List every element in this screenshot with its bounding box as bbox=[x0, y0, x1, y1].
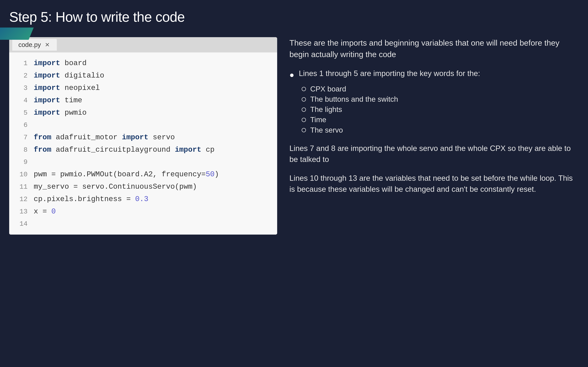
keyword-import-1: import bbox=[34, 59, 60, 67]
line-number-1: 1 bbox=[15, 57, 27, 69]
code-content-3: import neopixel bbox=[34, 82, 100, 94]
code-line-7: 7 from adafruit_motor import servo bbox=[15, 131, 271, 144]
line-number-9: 9 bbox=[15, 156, 27, 168]
info-paragraph-1: Lines 7 and 8 are importing the whole se… bbox=[289, 143, 579, 165]
line-number-7: 7 bbox=[15, 131, 27, 144]
sub-bullet-2: The buttons and the switch bbox=[302, 94, 579, 104]
bullet-section: ● Lines 1 through 5 are importing the ke… bbox=[289, 68, 579, 135]
sub-bullet-5: The servo bbox=[302, 125, 579, 135]
number-50: 50 bbox=[206, 170, 215, 178]
code-line-8: 8 from adafruit_circuitplayground import… bbox=[15, 144, 271, 156]
line-number-5: 5 bbox=[15, 107, 27, 119]
code-line-13: 13 x = 0 bbox=[15, 205, 271, 218]
number-03: 0.3 bbox=[135, 195, 148, 203]
line-number-14: 14 bbox=[15, 218, 27, 230]
number-0: 0 bbox=[51, 207, 56, 216]
sub-bullet-text-3: The lights bbox=[310, 104, 342, 115]
keyword-import-2: import bbox=[34, 71, 60, 80]
info-intro: These are the imports and beginning vari… bbox=[289, 37, 579, 60]
bullet-main: ● Lines 1 through 5 are importing the ke… bbox=[289, 68, 579, 81]
accent-bar bbox=[0, 27, 34, 40]
code-content-11: my_servo = servo.ContinuousServo(pwm) bbox=[34, 181, 197, 193]
keyword-import-3: import bbox=[34, 84, 60, 92]
sub-bullet-text-2: The buttons and the switch bbox=[310, 94, 398, 104]
sub-bullet-dot-1 bbox=[302, 87, 306, 91]
code-content-13: x = 0 bbox=[34, 205, 56, 217]
sub-bullet-3: The lights bbox=[302, 104, 579, 115]
code-content-5: import pwmio bbox=[34, 107, 87, 119]
code-panel: code.py ✕ 1 import board 2 import digita… bbox=[9, 37, 277, 234]
keyword-import-5: import bbox=[34, 108, 60, 117]
bullet-dot-main: ● bbox=[289, 69, 294, 81]
line-number-4: 4 bbox=[15, 94, 27, 107]
line-number-12: 12 bbox=[15, 193, 27, 205]
code-line-4: 4 import time bbox=[15, 94, 271, 107]
sub-bullet-dot-2 bbox=[302, 97, 306, 101]
sub-bullet-text-4: Time bbox=[310, 115, 326, 125]
line-number-8: 8 bbox=[15, 144, 27, 156]
code-content-4: import time bbox=[34, 94, 82, 106]
code-content-7: from adafruit_motor import servo bbox=[34, 131, 175, 143]
line-number-11: 11 bbox=[15, 181, 27, 193]
sub-bullet-dot-4 bbox=[302, 118, 306, 122]
code-content-1: import board bbox=[34, 57, 87, 69]
info-paragraph-2: Lines 10 through 13 are the variables th… bbox=[289, 173, 579, 195]
code-line-5: 5 import pwmio bbox=[15, 107, 271, 119]
line-number-10: 10 bbox=[15, 168, 27, 181]
code-content-10: pwm = pwmio.PWMOut(board.A2, frequency=5… bbox=[34, 168, 219, 180]
sub-bullet-1: CPX board bbox=[302, 84, 579, 94]
code-line-14: 14 bbox=[15, 218, 271, 230]
line-number-2: 2 bbox=[15, 70, 27, 82]
sub-bullet-dot-5 bbox=[302, 128, 306, 132]
keyword-from-8: from bbox=[34, 146, 51, 154]
main-content: code.py ✕ 1 import board 2 import digita… bbox=[0, 34, 588, 244]
info-panel: These are the imports and beginning vari… bbox=[289, 37, 579, 234]
tab-bar: code.py ✕ bbox=[9, 37, 277, 52]
sub-bullet-4: Time bbox=[302, 115, 579, 125]
code-line-2: 2 import digitalio bbox=[15, 69, 271, 82]
code-line-12: 12 cp.pixels.brightness = 0.3 bbox=[15, 193, 271, 205]
code-line-9: 9 bbox=[15, 156, 271, 168]
keyword-import-8: import bbox=[175, 146, 201, 154]
code-tab[interactable]: code.py ✕ bbox=[12, 39, 57, 51]
keyword-import-7: import bbox=[122, 133, 148, 142]
sub-bullet-dot-3 bbox=[302, 108, 306, 112]
code-line-11: 11 my_servo = servo.ContinuousServo(pwm) bbox=[15, 181, 271, 193]
line-number-6: 6 bbox=[15, 119, 27, 131]
sub-bullet-text-5: The servo bbox=[310, 125, 343, 135]
bullet-main-text: Lines 1 through 5 are importing the key … bbox=[299, 68, 480, 81]
tab-filename: code.py bbox=[18, 41, 41, 49]
code-line-6: 6 bbox=[15, 119, 271, 131]
line-number-13: 13 bbox=[15, 206, 27, 218]
code-line-10: 10 pwm = pwmio.PWMOut(board.A2, frequenc… bbox=[15, 168, 271, 181]
code-content-2: import digitalio bbox=[34, 69, 104, 82]
code-area: 1 import board 2 import digitalio 3 impo… bbox=[9, 52, 277, 234]
sub-bullets-list: CPX board The buttons and the switch The… bbox=[302, 84, 579, 135]
tab-close-button[interactable]: ✕ bbox=[44, 42, 51, 48]
keyword-from-7: from bbox=[34, 133, 51, 142]
code-content-12: cp.pixels.brightness = 0.3 bbox=[34, 193, 148, 205]
code-content-8: from adafruit_circuitplayground import c… bbox=[34, 144, 215, 156]
keyword-import-4: import bbox=[34, 96, 60, 104]
sub-bullet-text-1: CPX board bbox=[310, 84, 346, 94]
code-line-1: 1 import board bbox=[15, 57, 271, 69]
code-line-3: 3 import neopixel bbox=[15, 82, 271, 94]
page-title: Step 5: How to write the code bbox=[0, 0, 588, 31]
line-number-3: 3 bbox=[15, 82, 27, 94]
